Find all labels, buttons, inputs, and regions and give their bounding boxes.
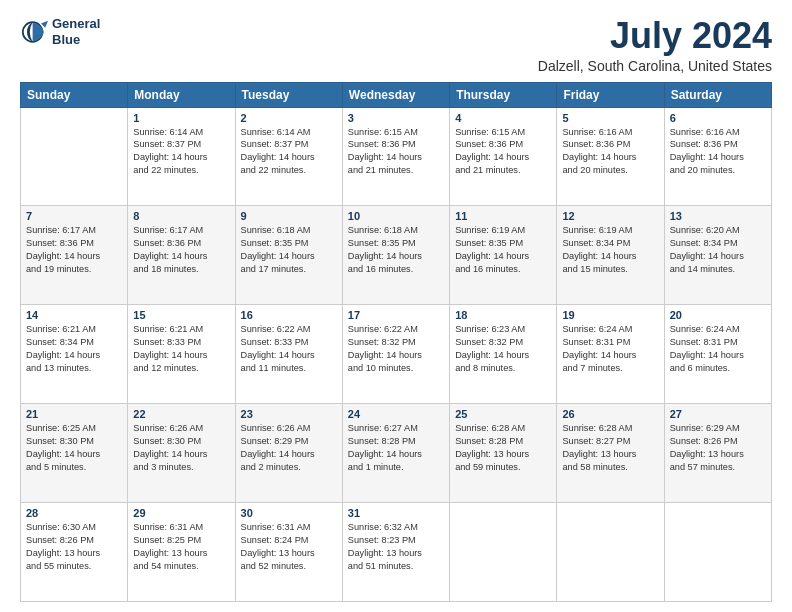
day-info: Sunrise: 6:17 AMSunset: 8:36 PMDaylight:… xyxy=(133,224,229,276)
calendar-header-row: SundayMondayTuesdayWednesdayThursdayFrid… xyxy=(21,82,772,107)
calendar-cell: 11Sunrise: 6:19 AMSunset: 8:35 PMDayligh… xyxy=(450,206,557,305)
calendar-cell: 18Sunrise: 6:23 AMSunset: 8:32 PMDayligh… xyxy=(450,305,557,404)
calendar-cell: 9Sunrise: 6:18 AMSunset: 8:35 PMDaylight… xyxy=(235,206,342,305)
calendar-cell: 26Sunrise: 6:28 AMSunset: 8:27 PMDayligh… xyxy=(557,404,664,503)
calendar-cell: 4Sunrise: 6:15 AMSunset: 8:36 PMDaylight… xyxy=(450,107,557,206)
calendar-cell: 27Sunrise: 6:29 AMSunset: 8:26 PMDayligh… xyxy=(664,404,771,503)
day-info: Sunrise: 6:28 AMSunset: 8:28 PMDaylight:… xyxy=(455,422,551,474)
calendar-cell: 30Sunrise: 6:31 AMSunset: 8:24 PMDayligh… xyxy=(235,503,342,602)
calendar-cell: 20Sunrise: 6:24 AMSunset: 8:31 PMDayligh… xyxy=(664,305,771,404)
calendar-cell: 6Sunrise: 6:16 AMSunset: 8:36 PMDaylight… xyxy=(664,107,771,206)
day-info: Sunrise: 6:15 AMSunset: 8:36 PMDaylight:… xyxy=(348,126,444,178)
calendar-cell: 10Sunrise: 6:18 AMSunset: 8:35 PMDayligh… xyxy=(342,206,449,305)
day-number: 20 xyxy=(670,309,766,321)
day-info: Sunrise: 6:18 AMSunset: 8:35 PMDaylight:… xyxy=(241,224,337,276)
day-number: 24 xyxy=(348,408,444,420)
calendar-day-header: Tuesday xyxy=(235,82,342,107)
calendar-cell: 14Sunrise: 6:21 AMSunset: 8:34 PMDayligh… xyxy=(21,305,128,404)
logo-line2: Blue xyxy=(52,32,80,47)
day-info: Sunrise: 6:18 AMSunset: 8:35 PMDaylight:… xyxy=(348,224,444,276)
day-number: 10 xyxy=(348,210,444,222)
day-number: 8 xyxy=(133,210,229,222)
day-info: Sunrise: 6:26 AMSunset: 8:30 PMDaylight:… xyxy=(133,422,229,474)
calendar-cell xyxy=(664,503,771,602)
calendar-week-row: 21Sunrise: 6:25 AMSunset: 8:30 PMDayligh… xyxy=(21,404,772,503)
day-number: 18 xyxy=(455,309,551,321)
day-info: Sunrise: 6:22 AMSunset: 8:33 PMDaylight:… xyxy=(241,323,337,375)
day-number: 6 xyxy=(670,112,766,124)
day-info: Sunrise: 6:14 AMSunset: 8:37 PMDaylight:… xyxy=(133,126,229,178)
calendar-cell: 16Sunrise: 6:22 AMSunset: 8:33 PMDayligh… xyxy=(235,305,342,404)
day-info: Sunrise: 6:14 AMSunset: 8:37 PMDaylight:… xyxy=(241,126,337,178)
day-number: 25 xyxy=(455,408,551,420)
day-number: 29 xyxy=(133,507,229,519)
day-info: Sunrise: 6:31 AMSunset: 8:25 PMDaylight:… xyxy=(133,521,229,573)
day-info: Sunrise: 6:17 AMSunset: 8:36 PMDaylight:… xyxy=(26,224,122,276)
day-info: Sunrise: 6:30 AMSunset: 8:26 PMDaylight:… xyxy=(26,521,122,573)
calendar-cell: 7Sunrise: 6:17 AMSunset: 8:36 PMDaylight… xyxy=(21,206,128,305)
day-info: Sunrise: 6:31 AMSunset: 8:24 PMDaylight:… xyxy=(241,521,337,573)
calendar-cell: 1Sunrise: 6:14 AMSunset: 8:37 PMDaylight… xyxy=(128,107,235,206)
day-info: Sunrise: 6:26 AMSunset: 8:29 PMDaylight:… xyxy=(241,422,337,474)
header: General Blue July 2024 Dalzell, South Ca… xyxy=(20,16,772,74)
day-number: 15 xyxy=(133,309,229,321)
day-number: 2 xyxy=(241,112,337,124)
day-number: 7 xyxy=(26,210,122,222)
day-number: 26 xyxy=(562,408,658,420)
day-info: Sunrise: 6:23 AMSunset: 8:32 PMDaylight:… xyxy=(455,323,551,375)
calendar-cell: 31Sunrise: 6:32 AMSunset: 8:23 PMDayligh… xyxy=(342,503,449,602)
calendar-cell xyxy=(557,503,664,602)
calendar-cell: 8Sunrise: 6:17 AMSunset: 8:36 PMDaylight… xyxy=(128,206,235,305)
calendar-day-header: Saturday xyxy=(664,82,771,107)
day-info: Sunrise: 6:16 AMSunset: 8:36 PMDaylight:… xyxy=(562,126,658,178)
day-info: Sunrise: 6:16 AMSunset: 8:36 PMDaylight:… xyxy=(670,126,766,178)
day-number: 28 xyxy=(26,507,122,519)
logo: General Blue xyxy=(20,16,100,47)
calendar-week-row: 1Sunrise: 6:14 AMSunset: 8:37 PMDaylight… xyxy=(21,107,772,206)
calendar-day-header: Monday xyxy=(128,82,235,107)
page: General Blue July 2024 Dalzell, South Ca… xyxy=(0,0,792,612)
day-info: Sunrise: 6:22 AMSunset: 8:32 PMDaylight:… xyxy=(348,323,444,375)
day-info: Sunrise: 6:19 AMSunset: 8:35 PMDaylight:… xyxy=(455,224,551,276)
day-number: 23 xyxy=(241,408,337,420)
logo-text: General Blue xyxy=(52,16,100,47)
day-number: 13 xyxy=(670,210,766,222)
calendar-cell: 24Sunrise: 6:27 AMSunset: 8:28 PMDayligh… xyxy=(342,404,449,503)
calendar-week-row: 14Sunrise: 6:21 AMSunset: 8:34 PMDayligh… xyxy=(21,305,772,404)
day-info: Sunrise: 6:20 AMSunset: 8:34 PMDaylight:… xyxy=(670,224,766,276)
calendar-cell: 12Sunrise: 6:19 AMSunset: 8:34 PMDayligh… xyxy=(557,206,664,305)
day-number: 12 xyxy=(562,210,658,222)
day-info: Sunrise: 6:19 AMSunset: 8:34 PMDaylight:… xyxy=(562,224,658,276)
calendar-week-row: 28Sunrise: 6:30 AMSunset: 8:26 PMDayligh… xyxy=(21,503,772,602)
calendar-day-header: Wednesday xyxy=(342,82,449,107)
day-number: 30 xyxy=(241,507,337,519)
calendar-cell: 17Sunrise: 6:22 AMSunset: 8:32 PMDayligh… xyxy=(342,305,449,404)
day-info: Sunrise: 6:27 AMSunset: 8:28 PMDaylight:… xyxy=(348,422,444,474)
calendar-cell: 19Sunrise: 6:24 AMSunset: 8:31 PMDayligh… xyxy=(557,305,664,404)
day-info: Sunrise: 6:15 AMSunset: 8:36 PMDaylight:… xyxy=(455,126,551,178)
day-number: 17 xyxy=(348,309,444,321)
calendar-day-header: Friday xyxy=(557,82,664,107)
calendar-cell: 15Sunrise: 6:21 AMSunset: 8:33 PMDayligh… xyxy=(128,305,235,404)
day-info: Sunrise: 6:32 AMSunset: 8:23 PMDaylight:… xyxy=(348,521,444,573)
main-title: July 2024 xyxy=(538,16,772,56)
day-info: Sunrise: 6:28 AMSunset: 8:27 PMDaylight:… xyxy=(562,422,658,474)
day-number: 21 xyxy=(26,408,122,420)
calendar-cell: 13Sunrise: 6:20 AMSunset: 8:34 PMDayligh… xyxy=(664,206,771,305)
day-number: 3 xyxy=(348,112,444,124)
calendar-cell: 25Sunrise: 6:28 AMSunset: 8:28 PMDayligh… xyxy=(450,404,557,503)
day-number: 5 xyxy=(562,112,658,124)
day-info: Sunrise: 6:29 AMSunset: 8:26 PMDaylight:… xyxy=(670,422,766,474)
day-number: 11 xyxy=(455,210,551,222)
calendar-week-row: 7Sunrise: 6:17 AMSunset: 8:36 PMDaylight… xyxy=(21,206,772,305)
day-info: Sunrise: 6:24 AMSunset: 8:31 PMDaylight:… xyxy=(562,323,658,375)
logo-line1: General xyxy=(52,16,100,31)
day-info: Sunrise: 6:24 AMSunset: 8:31 PMDaylight:… xyxy=(670,323,766,375)
calendar-cell: 28Sunrise: 6:30 AMSunset: 8:26 PMDayligh… xyxy=(21,503,128,602)
calendar-cell: 21Sunrise: 6:25 AMSunset: 8:30 PMDayligh… xyxy=(21,404,128,503)
day-number: 16 xyxy=(241,309,337,321)
calendar-cell xyxy=(21,107,128,206)
day-number: 4 xyxy=(455,112,551,124)
calendar-cell: 29Sunrise: 6:31 AMSunset: 8:25 PMDayligh… xyxy=(128,503,235,602)
title-block: July 2024 Dalzell, South Carolina, Unite… xyxy=(538,16,772,74)
